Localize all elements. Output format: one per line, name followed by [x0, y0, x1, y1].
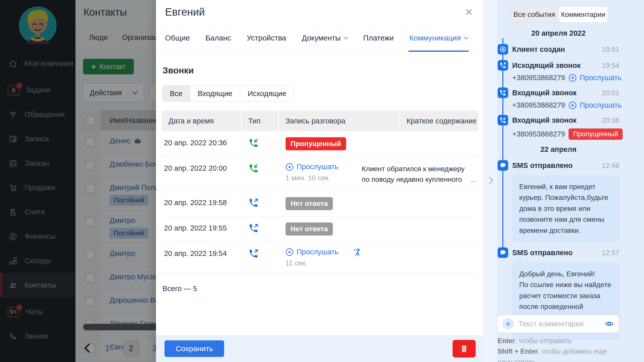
tab-comments[interactable]: Комментарии [559, 7, 608, 22]
call-filter: Все Входящие Исходящие [162, 85, 294, 102]
column-datetime: Дата и время [162, 111, 241, 131]
save-button[interactable]: Сохранить [165, 340, 224, 357]
contact-name-title: Евгений [165, 6, 205, 18]
events-panel: Все события Комментарии 20 апреля 2022 К… [483, 0, 644, 362]
call-datetime: 20 апр. 2022 20:36 [162, 137, 241, 150]
contact-modal: Евгений ✕ Общие Баланс Устройства Докуме… [156, 0, 484, 362]
comment-hints: Enter, чтобы отправить Shift + Enter, чт… [498, 336, 619, 362]
chevron-down-icon [464, 35, 468, 39]
filter-all[interactable]: Все [162, 86, 190, 101]
event-title: Исходящий звонок [512, 61, 581, 70]
trash-icon [460, 344, 469, 353]
event-time: 19:51 [602, 46, 619, 54]
event-title: Клиент создан [512, 45, 565, 54]
panel-main: Все события Комментарии 20 апреля 2022 К… [498, 0, 619, 362]
tab-communication[interactable]: Коммуникация [409, 24, 468, 52]
modal-footer: Сохранить [156, 335, 484, 362]
attach-plus-icon[interactable]: + [502, 318, 514, 330]
app-screen: Моя компания 6 Задачи Обращения Записи [0, 0, 644, 362]
timeline-date: 22 апреля [498, 145, 619, 154]
event-title: SMS отправлено [512, 161, 573, 170]
modal-header: Евгений ✕ [156, 0, 484, 24]
event-phone: +380953868279 [512, 130, 565, 138]
comment-box: + [498, 315, 619, 333]
events-timeline: 20 апреля 2022 Клиент создан19:51 [498, 29, 619, 340]
tab-all-events[interactable]: Все события [510, 7, 559, 22]
listen-link[interactable]: Прослушать [286, 163, 338, 171]
outgoing-call-icon [248, 248, 259, 259]
call-row: 20 апр. 2022 19:54 Прослушать 11 сек. [162, 242, 478, 274]
hint-key: Shift + Enter [498, 348, 538, 355]
event-time: 12:48 [602, 162, 619, 170]
incoming-call-icon [248, 138, 259, 148]
chevron-down-icon [344, 35, 348, 39]
sms-bubble: Евгений, к вам приедет курьер. Пожалуйст… [512, 175, 619, 242]
summary-more[interactable]: ... [471, 174, 477, 185]
play-icon [286, 163, 294, 171]
calls-table-header: Дата и время Тип Запись разговора Кратко… [162, 111, 478, 131]
listen-link[interactable]: Прослушать [286, 248, 338, 256]
filter-incoming[interactable]: Входящие [190, 86, 240, 101]
tab-general[interactable]: Общие [165, 24, 190, 52]
modal-tabs: Общие Баланс Устройства Документы Платеж… [156, 24, 484, 52]
filter-outgoing[interactable]: Исходящие [240, 86, 294, 101]
timeline-event: Входящий звонок20:01 +380953868279 Просл… [498, 87, 619, 109]
sms-text: Евгений, к вам приедет курьер. Пожалуйст… [519, 183, 608, 234]
timeline-event: Исходящий звонок19:54 +380953868279 Прос… [498, 60, 619, 82]
call-row: 20 апр. 2022 20:00 Прослушать 1 мин. 10 … [162, 157, 478, 191]
outgoing-call-icon [248, 198, 259, 208]
sms-text: Добрый день, Евгений! [519, 268, 612, 279]
event-title: SMS отправлено [512, 249, 573, 257]
event-time: 20:01 [602, 89, 619, 97]
listen-link[interactable]: Прослушать [569, 74, 621, 82]
panel-gutter [483, 0, 497, 362]
incoming-call-icon [498, 87, 508, 98]
hint-key: Enter [498, 337, 515, 345]
call-row: 20 апр. 2022 20:36 Пропущенный [162, 131, 478, 157]
play-icon [569, 101, 577, 109]
tab-devices[interactable]: Устройства [247, 24, 286, 52]
modal-body: Звонки Все Входящие Исходящие Дата и вре… [156, 52, 484, 335]
call-duration: 11 сек. [286, 259, 338, 267]
event-time: 12:57 [602, 249, 619, 257]
call-datetime: 20 апр. 2022 20:00 [162, 163, 241, 185]
outgoing-call-icon [248, 223, 259, 234]
sms-icon [498, 160, 508, 171]
call-duration: 1 мин. 10 сек. [286, 174, 338, 182]
client-created-icon [498, 44, 508, 55]
tab-payments[interactable]: Платежи [363, 24, 394, 52]
missed-badge: Пропущенный [569, 128, 623, 140]
event-title: Входящий звонок [512, 116, 577, 124]
call-row: 20 апр. 2022 19:58 Нет ответа [162, 191, 478, 216]
incoming-call-icon [248, 163, 259, 174]
listen-link[interactable]: Прослушать [569, 101, 621, 109]
call-datetime: 20 апр. 2022 19:55 [162, 222, 241, 236]
missed-badge: Пропущенный [286, 137, 346, 150]
timeline-date: 20 апреля 2022 [498, 29, 619, 37]
timeline-event: SMS отправлено12:48 Евгений, к вам приед… [498, 160, 619, 242]
event-phone: +380953868279 [512, 101, 565, 109]
play-icon [286, 248, 294, 256]
no-answer-badge: Нет ответа [286, 222, 333, 236]
collapse-panel-icon[interactable] [486, 177, 493, 184]
incoming-call-icon [498, 115, 508, 125]
call-summary: Клиент обратился к менеджеру по поводу н… [362, 164, 471, 185]
eye-icon[interactable] [605, 319, 614, 329]
comment-input[interactable] [514, 320, 605, 328]
column-type: Тип [242, 111, 278, 131]
calls-section-title: Звонки [163, 65, 478, 75]
column-recording: Запись разговора [279, 111, 399, 131]
timeline-event: Входящий звонок20:36 +380953868279 Пропу… [498, 115, 619, 140]
panel-tabs: Все события Комментарии [510, 7, 608, 23]
column-summary: Краткое содержание [400, 111, 478, 131]
outgoing-call-icon [498, 60, 508, 71]
tab-documents[interactable]: Документы [302, 24, 348, 52]
call-row: 20 апр. 2022 19:55 Нет ответа [162, 216, 478, 242]
sms-icon [498, 247, 508, 258]
tab-balance[interactable]: Баланс [206, 24, 231, 52]
close-icon[interactable]: ✕ [465, 7, 473, 17]
delete-button[interactable] [453, 340, 476, 357]
play-icon [569, 74, 577, 82]
no-answer-badge: Нет ответа [286, 197, 333, 210]
timeline-event: Клиент создан19:51 [498, 44, 619, 55]
